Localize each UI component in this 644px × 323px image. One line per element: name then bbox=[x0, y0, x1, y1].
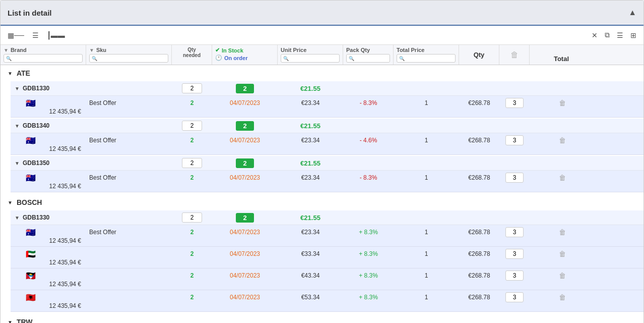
unit-price-search[interactable]: 🔍 bbox=[281, 54, 340, 63]
sku-expand-arrow[interactable]: ▼ bbox=[15, 160, 20, 166]
offer-pack-qty: 1 bbox=[394, 137, 459, 144]
sku-row: ▼ GDB1330 2 €21.55 bbox=[11, 210, 643, 225]
offer-row[interactable]: 🇦🇱 2 04/07/2023 €53.34 + 8.3% 1 €268.78 … bbox=[11, 290, 643, 312]
sku-group: ▼ GDB1340 2 €21.55 🇦🇺 Best Offer 2 bbox=[11, 119, 643, 155]
offer-delete-icon[interactable]: 🗑 bbox=[530, 228, 595, 236]
offer-row[interactable]: 🇦🇺 Best Offer 2 04/07/2023 €23.34 - 8.3%… bbox=[11, 171, 643, 192]
offer-flag: 🇦🇺 bbox=[26, 173, 36, 183]
offer-qty-input[interactable] bbox=[505, 98, 524, 108]
offer-price: €23.34 bbox=[278, 137, 343, 144]
toolbar-right: ✕ ⧉ ☰ ⊞ bbox=[590, 30, 638, 40]
offer-date: 04/07/2023 bbox=[212, 137, 278, 144]
pack-qty-search[interactable]: 🔍 bbox=[346, 54, 390, 63]
offer-date: 04/07/2023 bbox=[212, 250, 278, 257]
offer-discount: + 8.3% bbox=[343, 250, 394, 257]
total-price-search-input[interactable] bbox=[406, 56, 453, 61]
col-sku: ▼ Sku 🔍 bbox=[86, 45, 172, 65]
col-total-price: Total Price 🔍 bbox=[394, 45, 459, 65]
offer-delete-icon[interactable]: 🗑 bbox=[530, 272, 595, 280]
sku-name-cell: ▼ GDB1340 bbox=[11, 122, 86, 129]
offer-qty-input-cell bbox=[499, 227, 530, 237]
brand-header[interactable]: ▼ BOSCH bbox=[1, 194, 643, 210]
offer-qty-input[interactable] bbox=[505, 135, 524, 145]
offer-total-price: €268.78 bbox=[459, 99, 499, 106]
offer-total-price: €268.78 bbox=[459, 250, 499, 257]
offer-flag-cell: 🇦🇺 bbox=[11, 228, 86, 237]
list-icon[interactable]: ☰ bbox=[30, 30, 41, 40]
offer-qty-input[interactable] bbox=[505, 271, 524, 281]
offer-row[interactable]: 🇦🇪 2 04/07/2023 €33.34 + 8.3% 1 €268.78 … bbox=[11, 247, 643, 268]
header-bar: List in detail ▲ bbox=[1, 1, 643, 26]
col-brand: ▼ Brand 🔍 bbox=[1, 45, 86, 65]
col-qty: Qty bbox=[459, 45, 499, 65]
close-icon[interactable]: ✕ bbox=[590, 30, 600, 40]
sku-name: GDB1340 bbox=[23, 122, 49, 129]
pack-qty-search-input[interactable] bbox=[355, 56, 388, 61]
brand-header[interactable]: ▼ ATE bbox=[1, 65, 643, 81]
sku-qty-needed bbox=[172, 83, 212, 93]
unit-price-search-input[interactable] bbox=[290, 56, 337, 61]
sku-expand-arrow[interactable]: ▼ bbox=[15, 123, 20, 129]
offer-row[interactable]: 🇦🇺 Best Offer 2 04/07/2023 €23.34 + 8.3%… bbox=[11, 225, 643, 247]
sku-name-cell: ▼ GDB1330 bbox=[11, 85, 86, 92]
offer-total-value: 12 435,94 € bbox=[11, 183, 86, 190]
sku-qty-input[interactable] bbox=[182, 158, 202, 168]
offer-flag-cell: 🇦🇺 bbox=[11, 173, 86, 183]
offer-price: €23.34 bbox=[278, 99, 343, 106]
brand-group: ▼ TRW ▼ GDB1330 2 €21.55 bbox=[1, 314, 643, 323]
offer-delete-icon[interactable]: 🗑 bbox=[530, 250, 595, 258]
offer-delete-icon[interactable]: 🗑 bbox=[530, 293, 595, 301]
total-price-search[interactable]: 🔍 bbox=[397, 54, 456, 63]
offer-name: Best Offer bbox=[86, 137, 172, 144]
export-icon[interactable]: ☰ bbox=[615, 30, 625, 40]
offer-qty-input[interactable] bbox=[505, 173, 524, 183]
column-headers: ▼ Brand 🔍 ▼ Sku 🔍 Qtyneeded bbox=[1, 45, 643, 65]
col-total: Total bbox=[530, 45, 595, 65]
sku-name: GDB1350 bbox=[23, 159, 49, 167]
offer-qty-input-cell bbox=[499, 249, 530, 259]
sku-expand-arrow[interactable]: ▼ bbox=[15, 215, 20, 221]
pack-qty-search-icon: 🔍 bbox=[349, 56, 354, 61]
sku-stock-badge: 2 bbox=[236, 121, 254, 131]
grid-icon[interactable]: ⊞ bbox=[628, 30, 638, 40]
brand-search-icon: 🔍 bbox=[6, 56, 12, 61]
offer-flag-cell: 🇦🇬 bbox=[11, 271, 86, 281]
unit-price-label: Unit Price bbox=[281, 47, 306, 53]
qty-needed-label: Qtyneeded bbox=[183, 47, 201, 58]
offer-qty: 2 bbox=[172, 174, 212, 181]
sku-search[interactable]: 🔍 bbox=[89, 54, 168, 63]
delete-col-icon: 🗑 bbox=[510, 50, 519, 60]
offer-flag: 🇦🇬 bbox=[26, 271, 36, 281]
sku-qty-input[interactable] bbox=[182, 83, 202, 93]
copy-icon[interactable]: ⧉ bbox=[603, 30, 612, 40]
toolbar-left: ▦── ☰ ┃▬▬ bbox=[6, 30, 67, 40]
sku-expand-arrow[interactable]: ▼ bbox=[15, 86, 20, 91]
sku-qty-input[interactable] bbox=[182, 212, 202, 223]
sku-filter-icon[interactable]: ▼ bbox=[89, 47, 94, 53]
brand-filter-icon[interactable]: ▼ bbox=[4, 47, 9, 53]
brand-search-input[interactable] bbox=[13, 56, 80, 61]
offer-qty-input[interactable] bbox=[505, 227, 524, 237]
sku-group: ▼ GDB1350 2 €21.55 🇦🇺 Best Offer 2 bbox=[11, 156, 643, 192]
filter-all-icon[interactable]: ▦── bbox=[6, 30, 26, 40]
offer-qty-input[interactable] bbox=[505, 292, 524, 302]
toolbar: ▦── ☰ ┃▬▬ ✕ ⧉ ☰ ⊞ bbox=[1, 26, 643, 45]
sku-qty-input[interactable] bbox=[182, 121, 202, 131]
offer-qty-input[interactable] bbox=[505, 249, 524, 259]
columns-icon[interactable]: ┃▬▬ bbox=[45, 30, 67, 40]
brand-name: ATE bbox=[17, 69, 30, 77]
offer-delete-icon[interactable]: 🗑 bbox=[530, 99, 595, 107]
offer-total-value: 12 435,94 € bbox=[11, 302, 86, 309]
sku-group: ▼ GDB1330 2 €21.55 🇦🇺 Best Offer 2 bbox=[11, 210, 643, 312]
offer-delete-icon[interactable]: 🗑 bbox=[530, 136, 595, 144]
offer-delete-icon[interactable]: 🗑 bbox=[530, 174, 595, 182]
brand-search[interactable]: 🔍 bbox=[4, 54, 83, 63]
brand-header[interactable]: ▼ TRW bbox=[1, 314, 643, 323]
offer-price: €33.34 bbox=[278, 250, 343, 257]
offer-row[interactable]: 🇦🇺 Best Offer 2 04/07/2023 €23.34 - 8.3%… bbox=[11, 96, 643, 118]
offer-row[interactable]: 🇦🇺 Best Offer 2 04/07/2023 €23.34 - 4.6%… bbox=[11, 133, 643, 155]
sku-search-input[interactable] bbox=[98, 56, 166, 61]
total-price-search-icon: 🔍 bbox=[399, 56, 405, 61]
offer-row[interactable]: 🇦🇬 2 04/07/2023 €43.34 + 8.3% 1 €268.78 … bbox=[11, 268, 643, 290]
header-chevron[interactable]: ▲ bbox=[628, 8, 636, 17]
